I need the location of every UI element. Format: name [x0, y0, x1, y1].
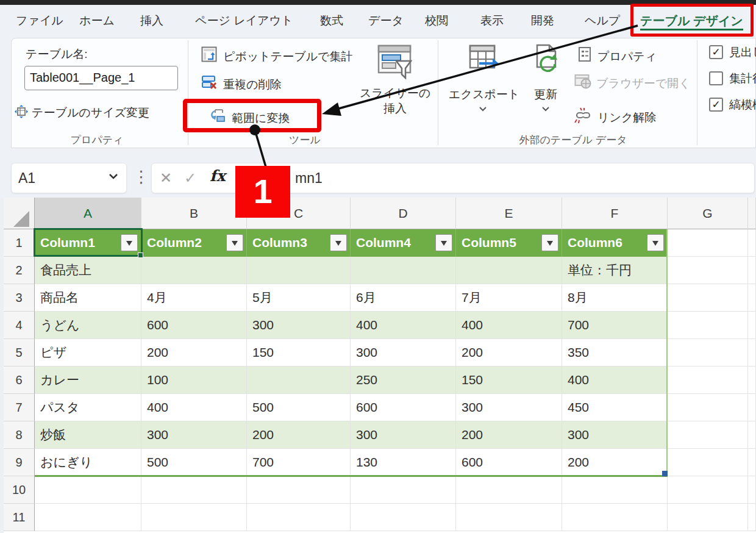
cell[interactable]	[247, 257, 351, 284]
tab-page-layout[interactable]: ページ レイアウト	[195, 12, 293, 29]
table-resize-handle[interactable]	[662, 471, 668, 476]
cell[interactable]	[247, 504, 351, 531]
export-button[interactable]: エクスポート	[449, 87, 517, 102]
cell[interactable]: 400	[456, 312, 562, 339]
name-box-chevron-icon[interactable]	[109, 173, 118, 181]
cell[interactable]: 300	[351, 421, 456, 449]
cancel-icon[interactable]: ✕	[160, 170, 172, 187]
formula-bar-separator-dots[interactable]: ⋮	[133, 167, 149, 187]
column-header-F[interactable]: F	[562, 198, 668, 229]
cell[interactable]: 300	[456, 394, 562, 421]
cell[interactable]: 商品名	[35, 284, 141, 312]
resize-table-button[interactable]: テーブルのサイズ変更	[32, 105, 149, 121]
cell[interactable]: 350	[562, 339, 668, 367]
cell[interactable]	[668, 449, 748, 476]
cell[interactable]	[456, 476, 562, 504]
insert-slicer-button[interactable]: スライサーの	[352, 85, 438, 101]
column-header-G[interactable]: G	[668, 198, 748, 229]
row-header-3[interactable]: 3	[4, 284, 35, 312]
cell[interactable]: 4月	[141, 284, 247, 312]
cell[interactable]: 200	[562, 449, 668, 476]
column-header-A[interactable]: A	[35, 198, 141, 229]
tab-insert[interactable]: 挿入	[140, 12, 163, 29]
tab-view[interactable]: 表示	[480, 12, 504, 29]
cell[interactable]	[141, 257, 247, 284]
cell[interactable]: 400	[141, 394, 247, 421]
cell[interactable]: 6月	[351, 284, 456, 312]
cell[interactable]: 200	[141, 339, 247, 367]
cell[interactable]	[668, 421, 748, 449]
cell[interactable]: 150	[456, 367, 562, 394]
cell[interactable]: 700	[562, 312, 668, 339]
cell[interactable]	[247, 476, 351, 504]
cell[interactable]	[35, 476, 141, 504]
tab-formulas[interactable]: 数式	[320, 12, 343, 29]
row-header-4[interactable]: 4	[4, 312, 35, 339]
tab-data[interactable]: データ	[368, 12, 404, 29]
cell[interactable]: 炒飯	[35, 421, 141, 449]
remove-duplicates-button[interactable]: 重複の削除	[223, 77, 281, 93]
cell[interactable]: 400	[562, 367, 668, 394]
cell[interactable]: 600	[351, 394, 456, 421]
insert-slicer-button-line2[interactable]: 挿入	[352, 101, 438, 116]
row-header-1[interactable]: 1	[4, 229, 35, 257]
cell[interactable]: 500	[141, 449, 247, 476]
row-header-11[interactable]: 11	[4, 504, 35, 531]
filter-dropdown-button[interactable]	[435, 234, 452, 251]
cell[interactable]: おにぎり	[35, 449, 141, 476]
row-header-2[interactable]: 2	[4, 257, 35, 284]
cell[interactable]: うどん	[35, 312, 141, 339]
row-header-6[interactable]: 6	[4, 367, 35, 394]
cell[interactable]: 250	[351, 367, 456, 394]
cell[interactable]	[668, 257, 748, 284]
cell[interactable]: 300	[351, 339, 456, 367]
cell[interactable]	[141, 504, 247, 531]
tab-file[interactable]: ファイル	[16, 12, 63, 29]
cell[interactable]	[668, 229, 748, 257]
cell[interactable]: 5月	[247, 284, 351, 312]
cell[interactable]	[668, 367, 748, 394]
cell[interactable]: 食品売上	[35, 257, 141, 284]
cell[interactable]	[562, 476, 668, 504]
cell[interactable]	[247, 367, 351, 394]
cell[interactable]: 600	[456, 449, 562, 476]
tab-home[interactable]: ホーム	[79, 12, 115, 29]
style-option-checkbox[interactable]: ✓	[709, 98, 723, 112]
cell[interactable]: 単位：千円	[562, 257, 668, 284]
table-name-input[interactable]: Table001__Page_1	[24, 66, 178, 90]
cell[interactable]	[668, 504, 748, 531]
row-header-8[interactable]: 8	[4, 421, 35, 449]
filter-dropdown-button[interactable]	[541, 234, 558, 251]
column-header-E[interactable]: E	[456, 198, 562, 229]
tab-developer[interactable]: 開発	[531, 12, 554, 29]
cell[interactable]: 200	[247, 421, 351, 449]
column-header-B[interactable]: B	[141, 198, 247, 229]
cell[interactable]	[351, 257, 456, 284]
filter-dropdown-button[interactable]	[226, 234, 243, 251]
insert-function-icon[interactable]: fx	[210, 167, 226, 185]
style-option-checkbox[interactable]: ✓	[709, 45, 723, 59]
tab-help[interactable]: ヘルプ	[585, 12, 620, 29]
refresh-dropdown-chevron-icon[interactable]	[541, 106, 551, 113]
summarize-with-pivot-button[interactable]: ピボットテーブルで集計	[223, 49, 353, 65]
cell[interactable]: 300	[562, 421, 668, 449]
cell[interactable]: 700	[247, 449, 351, 476]
cell[interactable]: 400	[351, 312, 456, 339]
cell[interactable]	[668, 339, 748, 367]
unlink-button[interactable]: リンク解除	[597, 110, 656, 126]
cell[interactable]: 130	[351, 449, 456, 476]
filter-dropdown-button[interactable]	[647, 234, 664, 251]
cell[interactable]	[668, 312, 748, 339]
enter-icon[interactable]: ✓	[184, 170, 196, 187]
refresh-button[interactable]: 更新	[523, 87, 568, 102]
cell[interactable]: 200	[456, 339, 562, 367]
table-properties-button[interactable]: プロパティ	[597, 49, 657, 65]
cell[interactable]: 600	[141, 312, 247, 339]
cell[interactable]: 300	[247, 312, 351, 339]
cell[interactable]: 100	[141, 367, 247, 394]
cell[interactable]: パスタ	[35, 394, 141, 421]
cell[interactable]	[351, 504, 456, 531]
style-option-checkbox[interactable]	[709, 71, 723, 85]
cell[interactable]	[141, 476, 247, 504]
cell[interactable]	[456, 504, 562, 531]
